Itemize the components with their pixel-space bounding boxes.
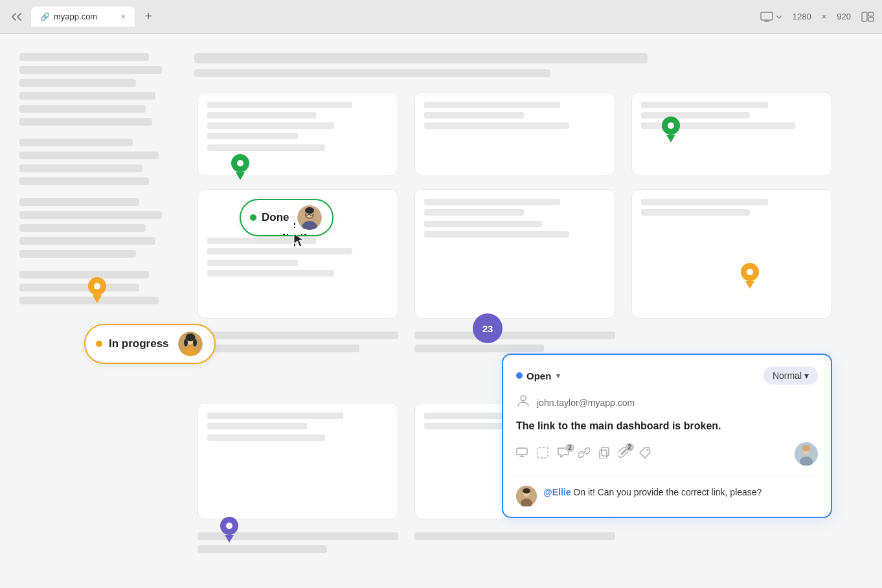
bottom-bar-3 <box>414 532 615 540</box>
browser-back-button[interactable] <box>8 8 26 26</box>
height-display: 920 <box>837 12 851 21</box>
green-pin-1 <box>231 154 249 180</box>
feedback-assignee-avatar <box>795 442 818 466</box>
svg-point-30 <box>802 445 811 451</box>
in-progress-label: In progress <box>109 337 169 350</box>
feedback-message: The link to the main dashboard is broken… <box>516 419 818 433</box>
card-1 <box>198 92 398 176</box>
done-status-dot <box>250 214 256 221</box>
svg-rect-2 <box>868 12 874 16</box>
svg-point-21 <box>193 339 197 346</box>
comment-mention: @Ellie <box>543 487 571 497</box>
bottom-bar-2 <box>198 545 327 553</box>
comment-content: @Ellie On it! Can you provide the correc… <box>543 486 762 499</box>
bottom-line-1 <box>198 332 398 339</box>
card-6 <box>631 189 832 319</box>
user-email: john.taylor@myapp.com <box>537 398 635 408</box>
top-bar-skeleton <box>194 53 648 63</box>
purple-pin <box>220 517 238 543</box>
link-action-icon[interactable] <box>578 447 590 462</box>
commenter-avatar <box>516 486 537 506</box>
user-icon <box>516 394 530 411</box>
left-sidebar-skeleton <box>19 53 175 310</box>
priority-chevron-icon: ▾ <box>804 370 809 381</box>
priority-badge[interactable]: Normal ▾ <box>763 367 818 385</box>
in-progress-user-avatar <box>178 332 203 356</box>
browser-tab[interactable]: 🔗 myapp.com × <box>31 6 135 27</box>
browser-controls: 1280 × 920 <box>760 12 874 22</box>
card-2 <box>414 92 615 176</box>
comment-count: 23 <box>482 323 493 334</box>
yellow-pin-2 <box>741 263 759 289</box>
bottom-line-2 <box>198 345 359 352</box>
layout-icon[interactable] <box>861 12 874 22</box>
tab-url: myapp.com <box>54 12 97 21</box>
svg-rect-24 <box>602 447 609 456</box>
svg-rect-23 <box>537 447 548 458</box>
card-5 <box>414 189 615 319</box>
in-progress-status-badge[interactable]: In progress <box>84 324 216 364</box>
main-canvas: Done <box>0 34 882 588</box>
new-tab-button[interactable]: + <box>140 7 157 26</box>
comment-action-icon[interactable]: 2 <box>558 447 569 461</box>
comment-count-badge[interactable]: 23 <box>473 313 503 343</box>
copy-action-icon[interactable] <box>599 447 609 462</box>
card-7 <box>198 403 398 519</box>
svg-rect-3 <box>868 17 874 21</box>
bottom-line-3 <box>414 332 615 339</box>
svg-rect-25 <box>600 450 607 458</box>
comment-badge-count: 2 <box>565 444 574 452</box>
screenshot-action-icon[interactable] <box>537 447 548 462</box>
monitor-action-icon[interactable] <box>516 447 528 460</box>
open-status-label: Open <box>526 370 551 381</box>
attachment-badge-count: 2 <box>625 443 634 451</box>
top-bar-skeleton-2 <box>194 69 550 77</box>
svg-point-26 <box>647 449 649 451</box>
feedback-divider <box>516 476 818 477</box>
tab-close-button[interactable]: × <box>120 12 126 21</box>
feedback-user-row: john.taylor@myapp.com <box>516 394 818 411</box>
feedback-actions: 2 2 <box>516 442 818 466</box>
feedback-card: Open ▾ Normal ▾ john.taylor@myapp.com Th… <box>502 354 832 518</box>
open-status-dot <box>516 372 523 379</box>
comment-row: @Ellie On it! Can you provide the correc… <box>516 486 818 506</box>
browser-chrome: 🔗 myapp.com × + 1280 × 920 <box>0 0 882 34</box>
in-progress-status-dot <box>96 341 102 347</box>
svg-rect-0 <box>761 12 773 20</box>
feedback-header: Open ▾ Normal ▾ <box>516 367 818 385</box>
svg-point-8 <box>305 207 314 214</box>
yellow-pin <box>88 277 106 303</box>
monitor-control[interactable] <box>760 12 782 22</box>
comment-text: On it! Can you provide the correct link,… <box>571 487 762 497</box>
width-display: 1280 <box>793 12 811 21</box>
tab-link-icon: 🔗 <box>40 12 50 21</box>
dimension-separator: × <box>822 12 827 21</box>
svg-rect-1 <box>862 12 867 21</box>
green-pin-2 <box>662 117 680 142</box>
bottom-line-4 <box>414 345 544 352</box>
svg-rect-22 <box>517 448 527 455</box>
tag-action-icon[interactable] <box>638 447 651 462</box>
priority-label: Normal <box>773 370 802 381</box>
svg-point-20 <box>184 339 188 346</box>
attachment-action-icon[interactable]: 2 <box>618 447 629 462</box>
svg-point-34 <box>523 488 530 493</box>
status-chevron-icon: ▾ <box>556 372 560 380</box>
feedback-status[interactable]: Open ▾ <box>516 370 560 381</box>
